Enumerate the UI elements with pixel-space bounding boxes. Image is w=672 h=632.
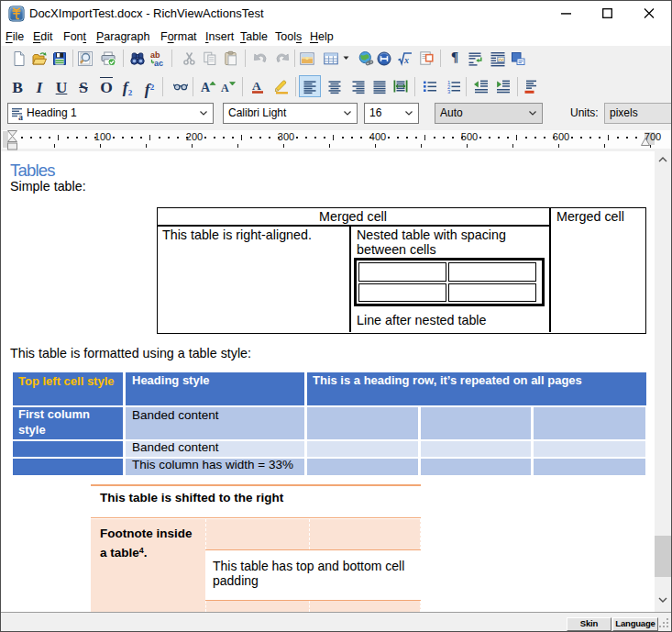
svg-text:A: A (201, 81, 211, 94)
svg-text:3: 3 (447, 89, 451, 94)
svg-text:A: A (221, 82, 229, 94)
svg-text:a: a (18, 112, 23, 121)
svg-text:ac: ac (154, 59, 163, 67)
svg-text:x: x (403, 55, 409, 65)
svg-text:A: A (252, 79, 261, 93)
